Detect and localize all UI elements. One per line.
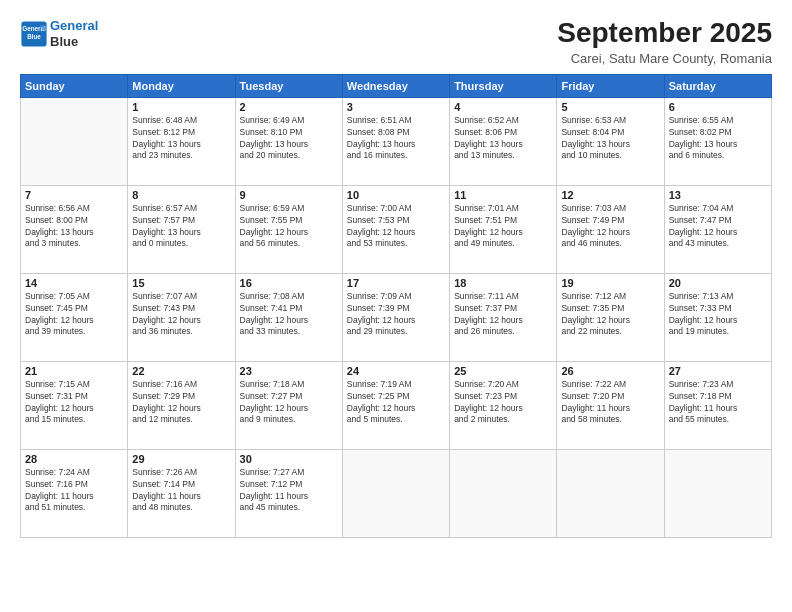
table-row	[342, 449, 449, 537]
day-number: 24	[347, 365, 445, 377]
header-monday: Monday	[128, 74, 235, 97]
day-info: Sunrise: 7:13 AM Sunset: 7:33 PM Dayligh…	[669, 291, 767, 339]
day-info: Sunrise: 7:24 AM Sunset: 7:16 PM Dayligh…	[25, 467, 123, 515]
table-row: 1Sunrise: 6:48 AM Sunset: 8:12 PM Daylig…	[128, 97, 235, 185]
table-row: 4Sunrise: 6:52 AM Sunset: 8:06 PM Daylig…	[450, 97, 557, 185]
day-number: 30	[240, 453, 338, 465]
table-row: 5Sunrise: 6:53 AM Sunset: 8:04 PM Daylig…	[557, 97, 664, 185]
day-number: 7	[25, 189, 123, 201]
day-info: Sunrise: 6:52 AM Sunset: 8:06 PM Dayligh…	[454, 115, 552, 163]
table-row: 2Sunrise: 6:49 AM Sunset: 8:10 PM Daylig…	[235, 97, 342, 185]
day-info: Sunrise: 6:57 AM Sunset: 7:57 PM Dayligh…	[132, 203, 230, 251]
header: General Blue GeneralBlue September 2025 …	[20, 18, 772, 66]
day-info: Sunrise: 6:51 AM Sunset: 8:08 PM Dayligh…	[347, 115, 445, 163]
day-number: 19	[561, 277, 659, 289]
day-number: 2	[240, 101, 338, 113]
day-info: Sunrise: 7:20 AM Sunset: 7:23 PM Dayligh…	[454, 379, 552, 427]
svg-text:Blue: Blue	[27, 32, 41, 39]
table-row: 10Sunrise: 7:00 AM Sunset: 7:53 PM Dayli…	[342, 185, 449, 273]
table-row: 24Sunrise: 7:19 AM Sunset: 7:25 PM Dayli…	[342, 361, 449, 449]
table-row: 27Sunrise: 7:23 AM Sunset: 7:18 PM Dayli…	[664, 361, 771, 449]
title-block: September 2025 Carei, Satu Mare County, …	[557, 18, 772, 66]
day-number: 18	[454, 277, 552, 289]
table-row: 16Sunrise: 7:08 AM Sunset: 7:41 PM Dayli…	[235, 273, 342, 361]
day-number: 3	[347, 101, 445, 113]
day-number: 25	[454, 365, 552, 377]
table-row: 23Sunrise: 7:18 AM Sunset: 7:27 PM Dayli…	[235, 361, 342, 449]
day-info: Sunrise: 7:00 AM Sunset: 7:53 PM Dayligh…	[347, 203, 445, 251]
day-info: Sunrise: 7:19 AM Sunset: 7:25 PM Dayligh…	[347, 379, 445, 427]
logo-icon: General Blue	[20, 20, 48, 48]
day-number: 17	[347, 277, 445, 289]
day-number: 22	[132, 365, 230, 377]
day-info: Sunrise: 7:23 AM Sunset: 7:18 PM Dayligh…	[669, 379, 767, 427]
day-number: 9	[240, 189, 338, 201]
day-info: Sunrise: 7:18 AM Sunset: 7:27 PM Dayligh…	[240, 379, 338, 427]
table-row: 20Sunrise: 7:13 AM Sunset: 7:33 PM Dayli…	[664, 273, 771, 361]
table-row: 21Sunrise: 7:15 AM Sunset: 7:31 PM Dayli…	[21, 361, 128, 449]
day-number: 15	[132, 277, 230, 289]
day-number: 11	[454, 189, 552, 201]
day-number: 29	[132, 453, 230, 465]
day-info: Sunrise: 7:08 AM Sunset: 7:41 PM Dayligh…	[240, 291, 338, 339]
table-row: 17Sunrise: 7:09 AM Sunset: 7:39 PM Dayli…	[342, 273, 449, 361]
day-info: Sunrise: 7:09 AM Sunset: 7:39 PM Dayligh…	[347, 291, 445, 339]
day-number: 28	[25, 453, 123, 465]
table-row: 6Sunrise: 6:55 AM Sunset: 8:02 PM Daylig…	[664, 97, 771, 185]
day-info: Sunrise: 7:04 AM Sunset: 7:47 PM Dayligh…	[669, 203, 767, 251]
day-number: 20	[669, 277, 767, 289]
day-info: Sunrise: 6:53 AM Sunset: 8:04 PM Dayligh…	[561, 115, 659, 163]
day-number: 4	[454, 101, 552, 113]
day-number: 10	[347, 189, 445, 201]
day-number: 5	[561, 101, 659, 113]
day-info: Sunrise: 7:07 AM Sunset: 7:43 PM Dayligh…	[132, 291, 230, 339]
table-row	[557, 449, 664, 537]
table-row	[21, 97, 128, 185]
day-number: 23	[240, 365, 338, 377]
weekday-header-row: Sunday Monday Tuesday Wednesday Thursday…	[21, 74, 772, 97]
day-info: Sunrise: 6:49 AM Sunset: 8:10 PM Dayligh…	[240, 115, 338, 163]
header-sunday: Sunday	[21, 74, 128, 97]
day-number: 21	[25, 365, 123, 377]
day-number: 13	[669, 189, 767, 201]
table-row: 9Sunrise: 6:59 AM Sunset: 7:55 PM Daylig…	[235, 185, 342, 273]
table-row: 3Sunrise: 6:51 AM Sunset: 8:08 PM Daylig…	[342, 97, 449, 185]
table-row: 12Sunrise: 7:03 AM Sunset: 7:49 PM Dayli…	[557, 185, 664, 273]
header-friday: Friday	[557, 74, 664, 97]
table-row: 8Sunrise: 6:57 AM Sunset: 7:57 PM Daylig…	[128, 185, 235, 273]
day-info: Sunrise: 6:59 AM Sunset: 7:55 PM Dayligh…	[240, 203, 338, 251]
table-row: 19Sunrise: 7:12 AM Sunset: 7:35 PM Dayli…	[557, 273, 664, 361]
day-number: 1	[132, 101, 230, 113]
table-row: 29Sunrise: 7:26 AM Sunset: 7:14 PM Dayli…	[128, 449, 235, 537]
table-row	[450, 449, 557, 537]
day-number: 14	[25, 277, 123, 289]
day-info: Sunrise: 7:26 AM Sunset: 7:14 PM Dayligh…	[132, 467, 230, 515]
month-title: September 2025	[557, 18, 772, 49]
table-row	[664, 449, 771, 537]
day-info: Sunrise: 7:03 AM Sunset: 7:49 PM Dayligh…	[561, 203, 659, 251]
table-row: 7Sunrise: 6:56 AM Sunset: 8:00 PM Daylig…	[21, 185, 128, 273]
day-info: Sunrise: 7:11 AM Sunset: 7:37 PM Dayligh…	[454, 291, 552, 339]
day-info: Sunrise: 7:05 AM Sunset: 7:45 PM Dayligh…	[25, 291, 123, 339]
header-wednesday: Wednesday	[342, 74, 449, 97]
day-number: 6	[669, 101, 767, 113]
day-info: Sunrise: 7:01 AM Sunset: 7:51 PM Dayligh…	[454, 203, 552, 251]
table-row: 15Sunrise: 7:07 AM Sunset: 7:43 PM Dayli…	[128, 273, 235, 361]
header-saturday: Saturday	[664, 74, 771, 97]
logo: General Blue GeneralBlue	[20, 18, 98, 49]
table-row: 28Sunrise: 7:24 AM Sunset: 7:16 PM Dayli…	[21, 449, 128, 537]
day-info: Sunrise: 7:16 AM Sunset: 7:29 PM Dayligh…	[132, 379, 230, 427]
header-thursday: Thursday	[450, 74, 557, 97]
day-info: Sunrise: 7:22 AM Sunset: 7:20 PM Dayligh…	[561, 379, 659, 427]
header-tuesday: Tuesday	[235, 74, 342, 97]
table-row: 18Sunrise: 7:11 AM Sunset: 7:37 PM Dayli…	[450, 273, 557, 361]
day-info: Sunrise: 7:27 AM Sunset: 7:12 PM Dayligh…	[240, 467, 338, 515]
day-number: 27	[669, 365, 767, 377]
day-info: Sunrise: 7:12 AM Sunset: 7:35 PM Dayligh…	[561, 291, 659, 339]
table-row: 26Sunrise: 7:22 AM Sunset: 7:20 PM Dayli…	[557, 361, 664, 449]
day-info: Sunrise: 7:15 AM Sunset: 7:31 PM Dayligh…	[25, 379, 123, 427]
day-number: 8	[132, 189, 230, 201]
logo-text: GeneralBlue	[50, 18, 98, 49]
table-row: 14Sunrise: 7:05 AM Sunset: 7:45 PM Dayli…	[21, 273, 128, 361]
table-row: 11Sunrise: 7:01 AM Sunset: 7:51 PM Dayli…	[450, 185, 557, 273]
